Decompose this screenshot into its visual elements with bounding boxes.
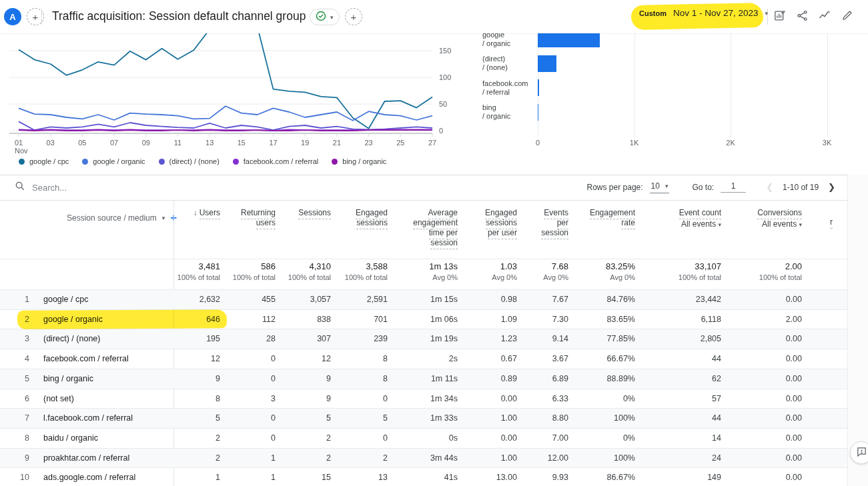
bar [538,79,539,96]
svg-text:11: 11 [174,139,181,147]
metric-cell: 2 [314,449,388,468]
table-header-row: Session source / medium ▾ + ↓UsersReturn… [0,201,868,259]
metric-cell: 5 [314,409,388,428]
insights-icon[interactable] [818,9,831,22]
axis-tick-label: 0 [524,139,551,147]
svg-text:19: 19 [301,139,309,147]
table-row: 4 facebook.com / referral1201282s0.673.6… [0,349,868,369]
metric-cell: 8 [314,369,388,389]
metric-cell: 3.67 [495,349,568,369]
bar-category-label: (direct)/ (none) [482,55,536,72]
metric-cell: 7.00 [495,429,568,448]
row-number: 9 [16,449,29,468]
source-medium-label: (direct) / (none) [43,329,100,349]
chevron-down-icon: ▾ [330,14,334,21]
avatar[interactable]: A [4,8,21,25]
svg-text:21: 21 [333,139,341,147]
total-value: 3,588 [308,261,388,271]
data-quality-pill[interactable]: ▾ [310,9,340,25]
events-filter[interactable]: All events ▾ [641,219,721,229]
edit-icon[interactable] [841,9,854,22]
bar [538,104,538,121]
metric-cell: 100% [562,449,635,468]
metric-cell: 6.33 [495,389,568,409]
date-range-picker[interactable]: Custom Nov 1 - Nov 27, 2023 ▾ [639,8,768,18]
metric-cell: 62 [648,369,721,389]
prev-page-icon[interactable]: ❮ [763,182,776,192]
source-medium-label: ads.google.com / referral [43,468,135,486]
metric-cell: 12.00 [495,449,568,468]
report-table: Rows per page: 10 ▾ Go to: ❮ 1-10 of 19 … [0,175,868,486]
goto-label: Go to: [692,183,714,192]
legend-dot [332,159,338,165]
axis-tick-label: 3K [814,139,841,147]
legend-item: bing / organic [332,157,386,165]
bar [538,55,556,72]
total-sub: Avg 0% [555,273,635,281]
source-medium-label: l.facebook.com / referral [43,409,133,428]
top-bar: A + Traffic acquisition: Session default… [0,0,868,33]
customize-report-icon[interactable] [773,9,786,22]
source-medium-label: bing / organic [43,369,93,389]
metric-cell: 84.76% [562,290,635,309]
pagination-status: 1-10 of 19 [783,183,819,192]
metric-cell: 24 [648,449,721,468]
metric-cell: 86.67% [562,468,635,486]
share-icon[interactable] [795,9,809,22]
table-row: 9 proakhtar.com / referral21223m 44s1.00… [0,448,868,468]
svg-text:0: 0 [439,127,443,135]
table-toolbar: Rows per page: 10 ▾ Go to: ❮ 1-10 of 19 … [0,175,868,201]
events-filter[interactable]: All events ▾ [722,219,802,229]
table-row: 6 (not set)83901m 34s0.006.330%570.00 [0,389,868,409]
metric-cell: 2,591 [314,290,388,309]
metric-cell: 8 [314,349,388,369]
total-sub: 100% of total [641,273,721,281]
feedback-bubble-icon [856,446,867,460]
row-number: 5 [16,369,29,389]
column-header[interactable]: ConversionsAll events ▾ [722,209,802,229]
svg-text:05: 05 [78,139,86,147]
marker-highlight-row [17,309,227,329]
svg-text:09: 09 [142,139,150,147]
source-medium-label: proakhtar.com / referral [43,449,129,468]
metric-cell: 13 [314,468,388,486]
add-metric-button[interactable]: + [345,8,362,25]
series-google-cpc [19,32,432,129]
metric-cell: 0.00 [729,449,802,468]
page-title: Traffic acquisition: Session default cha… [52,9,306,23]
metric-cell: 0.00 [729,349,802,369]
legend-item: google / organic [82,157,145,165]
legend-dot [82,159,88,165]
row-number: 8 [16,429,29,448]
row-number: 7 [16,409,29,428]
metric-cell: 6.89 [495,369,568,389]
column-header[interactable]: Engagedsessions [308,209,388,229]
metric-cell: 149 [648,468,721,486]
metric-cell: 7.30 [495,310,568,329]
metric-cell: 0 [314,429,388,448]
metric-cell: 100% [562,409,635,428]
search-icon [15,181,25,194]
next-page-icon[interactable]: ❯ [825,182,838,192]
svg-text:150: 150 [439,47,451,55]
column-header[interactable]: Event countAll events ▾ [641,209,721,229]
svg-text:15: 15 [238,139,246,147]
metric-cell: 0.00 [729,409,802,428]
metric-cell: 2.00 [729,310,802,329]
feedback-button[interactable] [850,441,868,464]
search-input[interactable] [32,183,232,193]
svg-text:17: 17 [269,139,277,147]
rows-per-page-select[interactable]: 10 ▾ [650,181,670,193]
metric-cell: 88.89% [562,369,635,389]
chevron-down-icon: ▾ [718,221,721,228]
metric-cell: 14 [648,429,721,448]
metric-cell: 44 [648,349,721,369]
metric-cell: 9.14 [495,329,568,349]
goto-page-input[interactable] [721,181,746,193]
column-header[interactable]: Engagementrate [555,209,635,229]
metric-cell: 0.00 [729,290,802,309]
chart-legend: google / cpcgoogle / organic(direct) / (… [19,157,386,165]
table-row: 5 bing / organic90981m 11s0.896.8988.89%… [0,369,868,389]
total-value: 2.00 [722,261,802,271]
table-row: 10 ads.google.com / referral11151341s13.… [0,467,868,486]
